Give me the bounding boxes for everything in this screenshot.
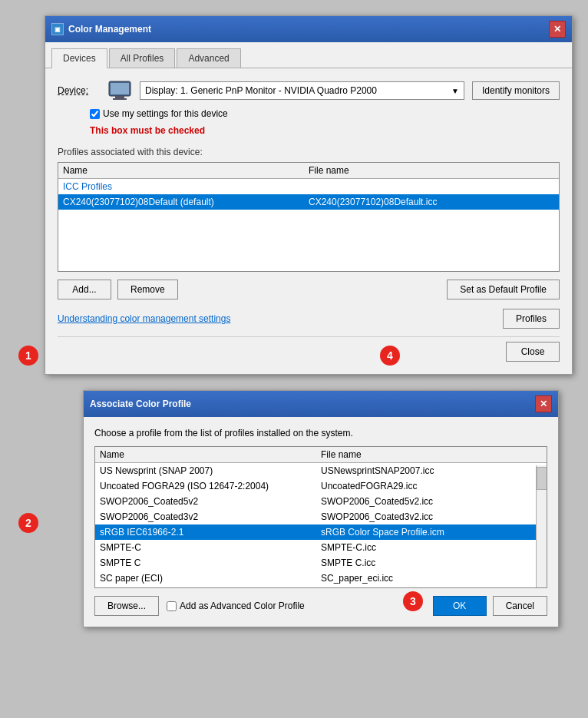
advanced-checkbox-row: Add as Advanced Color Profile [167,601,305,611]
monitor-icon [107,81,132,101]
color-mgmt-link[interactable]: Understanding color management settings [58,313,230,324]
assoc-col-file: File name [321,449,542,460]
title-bar-2: Associate Color Profile ✕ [84,391,558,417]
ok-button[interactable]: OK [433,596,487,616]
window-title-2: Associate Color Profile [90,399,191,409]
list-item[interactable]: SWOP2006_Coated3v2 SWOP2006_Coated3v2.ic… [95,509,547,524]
list-item[interactable]: SWOP2006_Coated5v2 SWOP2006_Coated5v2.ic… [95,494,547,509]
list-item[interactable]: SaalDigitl_Fotobuch_glanz_10-15.icc Saal… [95,586,547,588]
badge-3: 3 [403,591,423,611]
scroll-thumb[interactable] [537,467,547,490]
color-mgmt-icon: ▣ [51,23,64,35]
close-button-1[interactable]: Close [506,342,560,362]
close-icon-2[interactable]: ✕ [535,395,552,412]
footer-row: Understanding color management settings … [58,309,560,329]
col-name-header: Name [63,165,309,176]
tab-all-profiles[interactable]: All Profiles [109,48,176,68]
set-default-button[interactable]: Set as Default Profile [447,280,560,299]
tab-advanced[interactable]: Advanced [177,48,240,68]
device-label: Device: [58,85,100,96]
table-row[interactable]: CX240(23077102)08Default (default) CX240… [58,194,559,210]
browse-button[interactable]: Browse... [94,596,159,616]
assoc-footer: Browse... Add as Advanced Color Profile … [94,596,547,616]
svg-rect-1 [111,83,129,94]
remove-button[interactable]: Remove [117,280,178,299]
associate-table: Name File name US Newsprint (SNAP 2007) … [94,446,547,588]
close-row: Close [58,336,560,362]
tab-bar-1: Devices All Profiles Advanced [45,42,572,68]
dialog-description: Choose a profile from the list of profil… [94,428,547,438]
profiles-table: Name File name ICC Profiles CX240(230771… [58,162,560,272]
title-bar-left-2: Associate Color Profile [90,399,191,409]
identify-monitors-button[interactable]: Identify monitors [472,81,560,100]
svg-rect-3 [113,98,127,100]
icc-profiles-group: ICC Profiles [58,179,559,194]
checkbox-label: Use my settings for this device [103,108,228,119]
ok-cancel-row: OK Cancel [433,596,547,616]
window1-content: Device: Display: 1. Generic PnP Monitor … [45,68,572,374]
list-item[interactable]: SC paper (ECI) SC_paper_eci.icc [95,571,547,586]
device-dropdown[interactable]: Display: 1. Generic PnP Monitor - NVIDIA… [140,81,464,100]
button-row-1: Add... Remove Set as Default Profile [58,280,560,299]
profile-name: CX240(23077102)08Default (default) [63,197,309,207]
title-bar-1: ▣ Color Management ✕ [45,16,572,42]
table-body: ICC Profiles CX240(23077102)08Default (d… [58,179,559,271]
badge-4: 4 [380,346,400,366]
scrollbar[interactable] [536,465,547,587]
list-item[interactable]: sRGB IEC61966-2.1 sRGB Color Space Profi… [95,524,547,540]
must-check-warning: This box must be checked [90,125,560,136]
list-item[interactable]: SMPTE-C SMPTE-C.icc [95,540,547,555]
svg-rect-2 [115,96,124,98]
profiles-button[interactable]: Profiles [503,309,560,329]
assoc-header: Name File name [95,447,547,463]
advanced-color-checkbox[interactable] [167,601,177,611]
assoc-col-name: Name [100,449,321,460]
title-bar-left: ▣ Color Management [51,23,151,35]
badge-2: 2 [18,513,38,533]
close-icon-1[interactable]: ✕ [549,21,566,38]
cancel-button[interactable]: Cancel [493,596,547,616]
list-item[interactable]: US Newsprint (SNAP 2007) USNewsprintSNAP… [95,463,547,478]
list-item[interactable]: SMPTE C SMPTE C.icc [95,555,547,571]
table-header: Name File name [58,163,559,179]
color-management-window: ▣ Color Management ✕ Devices All Profile… [45,15,573,375]
profile-filename: CX240(23077102)08Default.icc [309,197,554,207]
associate-profile-window: Associate Color Profile ✕ Choose a profi… [83,390,559,627]
advanced-color-label: Add as Advanced Color Profile [180,601,305,611]
col-filename-header: File name [309,165,554,176]
profiles-section-label: Profiles associated with this device: [58,147,560,157]
chevron-down-icon: ▼ [451,87,459,95]
list-item[interactable]: Uncoated FOGRA29 (ISO 12647-2:2004) Unco… [95,478,547,494]
dialog-body: Choose a profile from the list of profil… [84,417,558,627]
window-title-1: Color Management [68,24,151,35]
checkbox-row: Use my settings for this device [90,108,560,119]
use-settings-checkbox[interactable] [90,109,100,119]
button-row-left: Add... Remove [58,280,178,299]
badge-1: 1 [18,346,38,366]
device-row: Device: Display: 1. Generic PnP Monitor … [58,81,560,101]
tab-devices[interactable]: Devices [51,48,107,68]
add-button[interactable]: Add... [58,280,111,299]
